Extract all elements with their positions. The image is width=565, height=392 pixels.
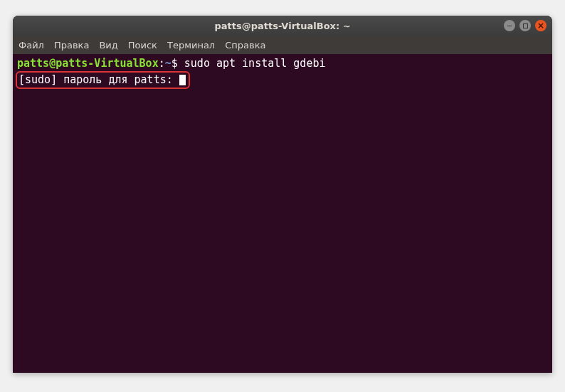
prompt-path: ~: [165, 57, 171, 70]
menu-help[interactable]: Справка: [225, 40, 265, 51]
maximize-button[interactable]: [519, 20, 531, 31]
menu-search[interactable]: Поиск: [128, 40, 157, 51]
cursor-icon: [179, 75, 186, 85]
window-controls: [504, 20, 546, 31]
terminal-body[interactable]: patts@patts-VirtualBox:~$ sudo apt insta…: [13, 54, 552, 373]
terminal-line-2: [sudo] пароль для patts:: [17, 71, 548, 90]
highlight-annotation: [sudo] пароль для patts:: [16, 71, 190, 90]
window-title: patts@patts-VirtualBox: ~: [19, 21, 546, 31]
menu-view[interactable]: Вид: [99, 40, 117, 51]
titlebar[interactable]: patts@patts-VirtualBox: ~: [13, 16, 552, 36]
menu-edit[interactable]: Правка: [54, 40, 89, 51]
menubar: Файл Правка Вид Поиск Терминал Справка: [13, 36, 552, 54]
prompt-symbol: $: [171, 57, 184, 70]
sudo-prompt: [sudo] пароль для patts:: [19, 73, 179, 86]
terminal-line-1: patts@patts-VirtualBox:~$ sudo apt insta…: [17, 57, 548, 71]
menu-file[interactable]: Файл: [19, 40, 44, 51]
prompt-userhost: patts@patts-VirtualBox: [17, 57, 159, 70]
command-text: sudo apt install gdebi: [184, 57, 326, 70]
menu-terminal[interactable]: Терминал: [167, 40, 215, 51]
terminal-window: patts@patts-VirtualBox: ~ Файл Правка Ви…: [13, 16, 552, 373]
prompt-separator: :: [159, 57, 165, 70]
minimize-button[interactable]: [504, 20, 515, 31]
close-button[interactable]: [535, 20, 546, 31]
